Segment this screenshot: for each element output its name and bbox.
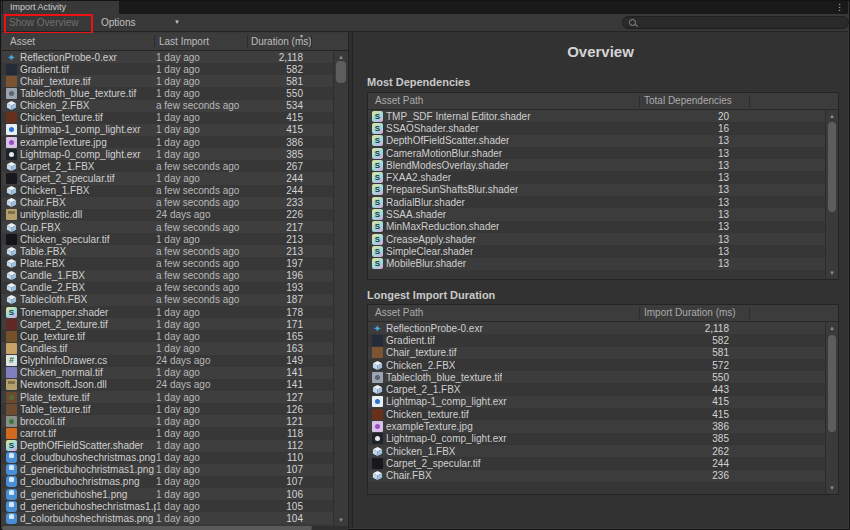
tab-import-activity[interactable]: Import Activity (3, 1, 119, 14)
table-row[interactable]: exampleTexture.jpg386 (368, 420, 825, 432)
asset-row[interactable]: Plate.FBXa few seconds ago197 (2, 257, 333, 269)
scrollbar-thumb[interactable] (336, 61, 346, 83)
table-row[interactable]: STMP_SDF Internal Editor.shader20 (368, 110, 825, 122)
table-row[interactable]: Chair.FBX236 (368, 470, 825, 482)
asset-row[interactable]: Plate_texture.tif1 day ago127 (2, 391, 333, 403)
table-row[interactable]: Chicken_1.FBX262 (368, 445, 825, 457)
column-last-import[interactable]: Last Import (159, 36, 209, 48)
vertical-scrollbar[interactable]: ▲ ▼ (825, 110, 838, 279)
asset-row[interactable]: broccoli.tif1 day ago121 (2, 415, 333, 427)
asset-row[interactable]: exampleTexture.jpg1 day ago386 (2, 136, 333, 148)
asset-path: ReflectionProbe-0.exr (386, 323, 483, 334)
scroll-down-button[interactable]: ▼ (826, 269, 838, 277)
table-row[interactable]: SPrepareSunShaftsBlur.shader13 (368, 184, 825, 196)
asset-row[interactable]: Cup.FBXa few seconds ago217 (2, 221, 333, 233)
asset-row[interactable]: Cup_texture.tif1 day ago165 (2, 330, 333, 342)
asset-row[interactable]: d_colorbuhoshechristmas.png1 day ago104 (2, 512, 333, 524)
table-row[interactable]: SSSAOShader.shader16 (368, 122, 825, 134)
column-divider[interactable] (639, 95, 640, 107)
table-row[interactable]: Lightmap-1_comp_light.exr415 (368, 396, 825, 408)
table-row[interactable]: SSSAA.shader13 (368, 208, 825, 220)
search-input[interactable] (640, 18, 842, 28)
column-divider[interactable] (639, 307, 640, 319)
table-row[interactable]: Carpet_2_1.FBX443 (368, 383, 825, 395)
options-dropdown[interactable]: Options (101, 16, 185, 30)
table-row[interactable]: SCameraMotionBlur.shader13 (368, 147, 825, 159)
table-row[interactable]: SSimpleClear.shader13 (368, 245, 825, 257)
asset-row[interactable]: Carpet_2_texture.tif1 day ago171 (2, 318, 333, 330)
table-row[interactable]: Tablecloth_blue_texture.tif550 (368, 371, 825, 383)
column-total-dependencies[interactable]: Total Dependencies (644, 93, 732, 109)
asset-row[interactable]: Gradient.tif1 day ago582 (2, 63, 333, 75)
asset-row[interactable]: Chicken_2.FBXa few seconds ago534 (2, 100, 333, 112)
asset-row[interactable]: Chicken_texture.tif1 day ago415 (2, 112, 333, 124)
scroll-up-button[interactable]: ▲ (826, 112, 838, 120)
window-menu-icon[interactable]: ⋮ (835, 1, 844, 13)
asset-row[interactable]: Chair_texture.tif1 day ago581 (2, 75, 333, 87)
asset-row[interactable]: SDepthOfFieldScatter.shader1 day ago112 (2, 440, 333, 452)
asset-row[interactable]: carrot.tif1 day ago118 (2, 427, 333, 439)
asset-row[interactable]: Table.FBXa few seconds ago213 (2, 245, 333, 257)
asset-row[interactable]: STonemapper.shader1 day ago178 (2, 306, 333, 318)
table-row[interactable]: ✦ReflectionProbe-0.exr2,118 (368, 322, 825, 334)
column-divider[interactable] (247, 35, 248, 48)
column-divider[interactable] (749, 95, 750, 107)
asset-row[interactable]: Chicken_specular.tif1 day ago213 (2, 233, 333, 245)
table-row[interactable]: Lightmap-0_comp_light.exr385 (368, 433, 825, 445)
table-row[interactable]: Chair_texture.tif581 (368, 347, 825, 359)
asset-row[interactable]: #GlyphInfoDrawer.cs24 days ago149 (2, 355, 333, 367)
asset-row[interactable]: d_genericbuhoshe1.png1 day ago106 (2, 488, 333, 500)
table-row[interactable]: SFXAA2.shader13 (368, 171, 825, 183)
asset-row[interactable]: d_cloudbuhochristmas.png1 day ago107 (2, 476, 333, 488)
column-asset[interactable]: Asset (10, 36, 35, 48)
asset-list-vertical-scrollbar[interactable]: ▲ ▼ (333, 51, 348, 526)
table-row[interactable]: Gradient.tif582 (368, 334, 825, 346)
asset-row[interactable]: Table_texture.tif1 day ago126 (2, 403, 333, 415)
table-row[interactable]: Carpet_2_specular.tif244 (368, 457, 825, 469)
scrollbar-thumb[interactable] (2, 526, 312, 530)
scrollbar-thumb[interactable] (828, 335, 836, 432)
asset-row[interactable]: Chair.FBXa few seconds ago233 (2, 197, 333, 209)
column-import-duration[interactable]: Import Duration (ms) (644, 305, 736, 321)
asset-row[interactable]: Carpet_2_specular.tif1 day ago244 (2, 172, 333, 184)
asset-row[interactable]: unityplastic.dll24 days ago226 (2, 209, 333, 221)
search-box[interactable] (622, 16, 849, 29)
chevron-down-icon[interactable]: ▼ (174, 19, 180, 25)
column-asset-path[interactable]: Asset Path (375, 305, 423, 321)
asset-row[interactable]: Lightmap-1_comp_light.exr1 day ago415 (2, 124, 333, 136)
asset-row[interactable]: Candles.tif1 day ago163 (2, 342, 333, 354)
column-divider[interactable] (749, 307, 750, 319)
scroll-up-button[interactable]: ▲ (334, 53, 348, 61)
column-divider[interactable] (154, 35, 155, 48)
table-row[interactable]: SRadialBlur.shader13 (368, 196, 825, 208)
table-row[interactable]: Chicken_2.FBX572 (368, 359, 825, 371)
table-row[interactable]: SCreaseApply.shader13 (368, 233, 825, 245)
asset-row[interactable]: Chicken_1.FBXa few seconds ago244 (2, 185, 333, 197)
asset-row[interactable]: Candle_1.FBXa few seconds ago196 (2, 270, 333, 282)
asset-name: Lightmap-0_comp_light.exr (20, 149, 156, 160)
asset-row[interactable]: Chicken_normal.tif1 day ago141 (2, 367, 333, 379)
asset-row[interactable]: Candle_2.FBXa few seconds ago193 (2, 282, 333, 294)
asset-row[interactable]: d_cloudbuhoshechristmas.png1 day ago110 (2, 452, 333, 464)
scrollbar-thumb[interactable] (828, 122, 836, 212)
scroll-down-button[interactable]: ▼ (334, 516, 348, 524)
table-row[interactable]: SBlendModesOverlay.shader13 (368, 159, 825, 171)
column-asset-path[interactable]: Asset Path (375, 93, 423, 109)
asset-list-horizontal-scrollbar[interactable] (2, 526, 348, 530)
table-row[interactable]: SMobileBlur.shader13 (368, 258, 825, 270)
asset-row[interactable]: Carpet_2_1.FBXa few seconds ago267 (2, 160, 333, 172)
asset-row[interactable]: Lightmap-0_comp_light.exr1 day ago385 (2, 148, 333, 160)
table-row[interactable]: SMinMaxReduction.shader13 (368, 221, 825, 233)
asset-row[interactable]: d_genericbuhoshechristmas1.png1 day ago1… (2, 500, 333, 512)
asset-row[interactable]: d_genericbuhochristmas1.png1 day ago107 (2, 464, 333, 476)
scroll-down-button[interactable]: ▼ (826, 484, 838, 492)
table-row[interactable]: SDepthOfFieldScatter.shader13 (368, 135, 825, 147)
table-row[interactable]: Chicken_texture.tif415 (368, 408, 825, 420)
asset-row[interactable]: Tablecloth_blue_texture.tif1 day ago550 (2, 87, 333, 99)
asset-row[interactable]: Newtonsoft.Json.dll24 days ago141 (2, 379, 333, 391)
vertical-scrollbar[interactable]: ▲ ▼ (825, 322, 838, 494)
scroll-up-button[interactable]: ▲ (826, 324, 838, 332)
asset-row[interactable]: Tablecloth.FBXa few seconds ago187 (2, 294, 333, 306)
asset-row[interactable]: ✦ReflectionProbe-0.exr1 day ago2,118 (2, 51, 333, 63)
column-divider[interactable] (311, 35, 312, 48)
